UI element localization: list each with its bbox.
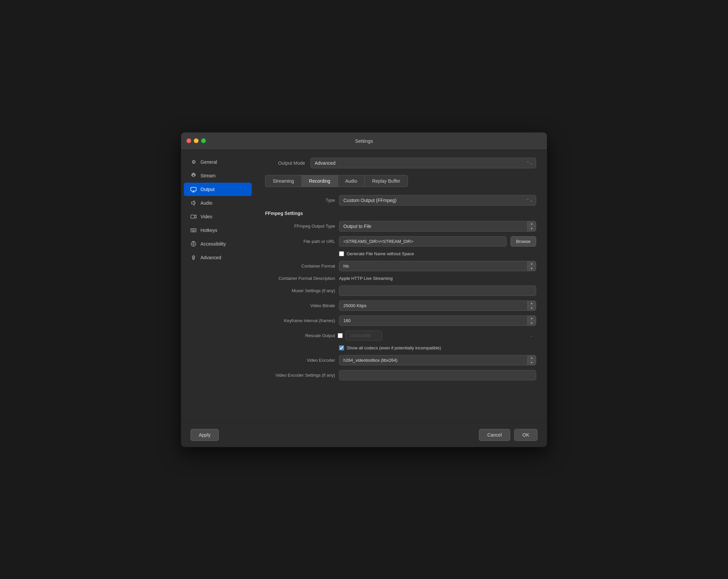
container-format-label: Container Format — [265, 264, 335, 269]
keyframe-interval-label: Keyframe interval (frames) — [265, 318, 335, 323]
show-all-codecs-row: Show all codecs (even if potentially inc… — [265, 346, 536, 350]
type-select-wrapper: Standard Custom Output (FFmpeg) ⌃⌄ — [339, 195, 536, 205]
sidebar-item-stream[interactable]: Stream — [184, 169, 252, 182]
advanced-icon — [190, 254, 197, 260]
audio-icon — [190, 200, 197, 206]
muxer-settings-row: Muxer Settings (if any) — [265, 285, 536, 296]
sidebar-label-general: General — [201, 159, 217, 165]
rescale-output-select-wrapper: 1920x1080 ⌄ — [345, 330, 536, 341]
browse-button[interactable]: Browse — [511, 236, 536, 247]
sidebar-label-output: Output — [201, 187, 214, 192]
ok-button[interactable]: OK — [514, 429, 538, 441]
rescale-output-arrow-icon: ⌄ — [529, 333, 533, 338]
accessibility-icon — [190, 241, 197, 247]
svg-point-0 — [192, 175, 194, 177]
show-all-codecs-label: Show all codecs (even if potentially inc… — [347, 346, 441, 350]
video-encoder-input[interactable] — [339, 355, 536, 365]
file-path-input[interactable] — [339, 236, 506, 247]
rescale-output-row: Rescale Output 1920x1080 ⌄ — [265, 330, 536, 341]
container-format-wrapper: ▲ ▼ — [339, 261, 536, 271]
container-format-input[interactable] — [339, 261, 536, 271]
tab-streaming[interactable]: Streaming — [265, 175, 302, 187]
sidebar-label-audio: Audio — [201, 200, 212, 205]
rescale-output-label: Rescale Output — [265, 333, 335, 338]
ffmpeg-output-type-up[interactable]: ▲ — [527, 221, 536, 227]
sidebar-item-general[interactable]: ⚙ General — [184, 156, 252, 169]
rescale-output-select[interactable]: 1920x1080 — [345, 330, 382, 341]
show-all-codecs-checkbox[interactable] — [339, 346, 344, 350]
ffmpeg-output-type-row: FFmpeg Output Type Output to File Output… — [265, 221, 536, 231]
rescale-output-checkbox[interactable] — [338, 333, 343, 338]
footer-right-buttons: Cancel OK — [479, 429, 538, 441]
keyframe-interval-spinner: ▲ ▼ — [527, 316, 536, 326]
sidebar-label-hotkeys: Hotkeys — [201, 228, 217, 233]
generate-filename-checkbox[interactable] — [339, 251, 344, 256]
video-encoder-row: Video Encoder ▲ ▼ — [265, 355, 536, 365]
generate-filename-label: Generate File Name without Space — [347, 251, 414, 256]
file-path-label: File path or URL — [265, 239, 335, 244]
video-encoder-settings-label: Video Encoder Settings (if any) — [265, 373, 335, 378]
video-bitrate-up[interactable]: ▲ — [527, 301, 536, 306]
sidebar-item-audio[interactable]: Audio — [184, 196, 252, 210]
svg-rect-3 — [191, 215, 194, 218]
keyframe-interval-down[interactable]: ▼ — [527, 321, 536, 326]
video-bitrate-wrapper: ▲ ▼ — [339, 301, 536, 311]
video-bitrate-input[interactable] — [339, 301, 536, 311]
output-mode-row: Output Mode Simple Advanced ⌃⌄ — [265, 158, 536, 168]
output-mode-label: Output Mode — [265, 160, 305, 166]
svg-rect-6 — [193, 229, 194, 230]
window-title: Settings — [355, 138, 373, 144]
video-bitrate-down[interactable]: ▼ — [527, 306, 536, 310]
cancel-button[interactable]: Cancel — [479, 429, 510, 441]
video-bitrate-spinner: ▲ ▼ — [527, 301, 536, 310]
sidebar-item-video[interactable]: Video — [184, 210, 252, 223]
container-format-down[interactable]: ▼ — [527, 266, 536, 271]
tab-recording[interactable]: Recording — [302, 175, 338, 187]
container-description-row: Container Format Description Apple HTTP … — [265, 276, 536, 281]
video-bitrate-label: Video Bitrate — [265, 303, 335, 308]
sidebar-item-advanced[interactable]: Advanced — [184, 251, 252, 264]
container-description-value: Apple HTTP Live Streaming — [339, 276, 393, 281]
container-format-up[interactable]: ▲ — [527, 261, 536, 266]
maximize-button[interactable] — [201, 138, 206, 143]
video-encoder-up[interactable]: ▲ — [527, 355, 536, 360]
type-select[interactable]: Standard Custom Output (FFmpeg) — [339, 195, 536, 205]
sidebar-item-output[interactable]: Output — [184, 183, 252, 196]
video-encoder-spinner: ▲ ▼ — [527, 355, 536, 365]
hotkeys-icon — [190, 227, 197, 233]
sidebar-label-accessibility: Accessibility — [201, 241, 226, 247]
video-encoder-down[interactable]: ▼ — [527, 360, 536, 365]
keyframe-interval-wrapper: ▲ ▼ — [339, 315, 536, 326]
video-encoder-wrapper: ▲ ▼ — [339, 355, 536, 365]
output-mode-select-wrapper: Simple Advanced ⌃⌄ — [310, 158, 536, 168]
video-encoder-settings-input[interactable] — [339, 370, 536, 380]
tab-replay-buffer[interactable]: Replay Buffer — [364, 175, 408, 187]
type-row: Type Standard Custom Output (FFmpeg) ⌃⌄ — [265, 195, 536, 205]
keyframe-interval-input[interactable] — [339, 315, 536, 326]
form-section: Type Standard Custom Output (FFmpeg) ⌃⌄ … — [265, 195, 536, 415]
ffmpeg-output-type-spinner: ▲ ▼ — [527, 221, 536, 231]
content-area: ⚙ General Stream — [181, 150, 547, 422]
type-label: Type — [265, 198, 335, 203]
muxer-settings-input[interactable] — [339, 285, 536, 296]
sidebar-item-accessibility[interactable]: Accessibility — [184, 237, 252, 251]
minimize-button[interactable] — [194, 138, 199, 143]
svg-point-11 — [193, 258, 194, 259]
output-mode-select[interactable]: Simple Advanced — [310, 158, 536, 168]
tab-audio[interactable]: Audio — [338, 175, 365, 187]
ffmpeg-output-type-down[interactable]: ▼ — [527, 226, 536, 231]
apply-button[interactable]: Apply — [190, 429, 219, 441]
sidebar-item-hotkeys[interactable]: Hotkeys — [184, 224, 252, 237]
video-icon — [190, 214, 197, 220]
ffmpeg-output-type-select[interactable]: Output to File Output to URL — [339, 221, 536, 231]
close-button[interactable] — [186, 138, 191, 143]
ffmpeg-section-title: FFmpeg Settings — [265, 211, 303, 216]
muxer-settings-label: Muxer Settings (if any) — [265, 288, 335, 293]
svg-rect-1 — [191, 187, 196, 191]
file-path-row: File path or URL Browse — [265, 236, 536, 247]
svg-rect-7 — [194, 229, 196, 230]
traffic-lights — [186, 138, 206, 143]
svg-rect-8 — [192, 230, 195, 231]
keyframe-interval-up[interactable]: ▲ — [527, 316, 536, 321]
container-format-spinner: ▲ ▼ — [527, 261, 536, 271]
